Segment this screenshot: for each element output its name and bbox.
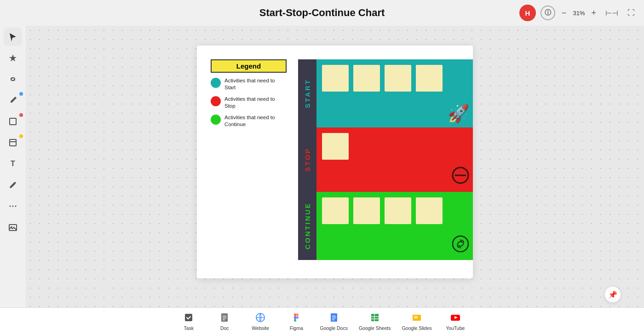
legend-dot-start (211, 78, 221, 88)
pen-dot (19, 92, 23, 96)
sticky-note[interactable] (416, 197, 443, 224)
svg-rect-20 (294, 319, 296, 322)
tool-note[interactable] (4, 133, 22, 152)
tool-shape[interactable] (4, 112, 22, 131)
canvas-area[interactable]: Legend Activities that need to Start Act… (26, 26, 644, 307)
fit-to-screen-button[interactable]: ⊢⊣ (603, 8, 621, 18)
tool-magic[interactable] (4, 176, 22, 194)
taskbar-google-slides-label: Google Slides (402, 325, 431, 331)
sticky-note[interactable] (385, 65, 411, 92)
taskbar-google-sheets[interactable]: Google Sheets (359, 312, 391, 331)
tool-more[interactable] (4, 197, 22, 215)
rocket-icon: 🚀 (448, 104, 469, 124)
figma-icon (291, 312, 301, 324)
page-title: Start-Stop-Continue Chart (259, 7, 385, 19)
svg-rect-18 (296, 313, 299, 316)
chart-container: Legend Activities that need to Start Act… (197, 46, 473, 278)
task-icon (184, 312, 194, 324)
sidebar: T (0, 0, 26, 335)
taskbar-website-label: Website (252, 325, 269, 331)
sticky-note[interactable] (322, 197, 349, 224)
taskbar-website[interactable]: Website (248, 312, 273, 331)
taskbar-google-sheets-label: Google Sheets (359, 325, 391, 331)
taskbar-google-slides[interactable]: Google Slides (402, 312, 431, 331)
tool-select[interactable] (4, 28, 22, 46)
taskbar-youtube-label: YouTube (446, 325, 465, 331)
legend-label-start: Activities that need to Start (224, 77, 287, 91)
youtube-icon (450, 312, 460, 324)
chart-row-continue: CONTINUE (298, 192, 473, 260)
no-entry-icon (452, 167, 469, 188)
legend-item-stop: Activities that need to Stop (211, 96, 287, 110)
svg-rect-1 (10, 139, 16, 146)
taskbar-google-docs-label: Google Docs (320, 325, 348, 331)
zoom-out-button[interactable]: − (560, 7, 569, 19)
svg-rect-17 (294, 313, 296, 316)
legend-title: Legend (211, 59, 287, 73)
taskbar-doc-label: Doc (220, 325, 229, 331)
svg-rect-11 (185, 314, 192, 321)
svg-rect-0 (10, 118, 16, 125)
sticky-note[interactable] (385, 197, 411, 224)
sticky-note[interactable] (353, 197, 380, 224)
zoom-controls: − 31% + (560, 7, 598, 19)
recycle-icon (452, 235, 469, 256)
shape-dot (19, 113, 23, 117)
row-label-start: START (298, 59, 316, 127)
row-content-start[interactable]: 🚀 (316, 59, 473, 127)
svg-rect-26 (371, 314, 379, 321)
svg-point-4 (12, 206, 14, 207)
taskbar-figma-label: Figma (290, 325, 303, 331)
row-label-stop: STOP (298, 127, 316, 192)
taskbar: Task Doc Website Figma Google Docs (0, 307, 644, 335)
sticky-note[interactable] (416, 65, 443, 92)
note-dot (19, 134, 23, 138)
user-avatar[interactable]: H (519, 5, 536, 21)
chart-row-start: START 🚀 (298, 59, 473, 127)
row-content-continue[interactable] (316, 192, 473, 260)
google-slides-icon (412, 312, 422, 324)
fullscreen-button[interactable]: ⛶ (626, 8, 637, 18)
legend-item-start: Activities that need to Start (211, 77, 287, 91)
chart-row-stop: STOP (298, 127, 473, 192)
svg-point-5 (15, 206, 17, 207)
chart-grid: START 🚀 STOP (298, 59, 473, 260)
header-controls: H ⓘ − 31% + ⊢⊣ ⛶ (519, 5, 637, 21)
svg-point-10 (453, 236, 468, 252)
header: Start-Stop-Continue Chart H ⓘ − 31% + ⊢⊣… (0, 0, 644, 26)
legend-item-continue: Activities that need to Continue (211, 114, 287, 128)
zoom-level: 31% (571, 10, 586, 17)
svg-rect-12 (221, 313, 228, 322)
sticky-note[interactable] (353, 65, 380, 92)
taskbar-task[interactable]: Task (176, 312, 201, 331)
tool-text[interactable]: T (4, 155, 22, 173)
sticky-note[interactable] (322, 133, 349, 160)
taskbar-task-label: Task (184, 325, 194, 331)
taskbar-doc[interactable]: Doc (212, 312, 237, 331)
row-label-continue: CONTINUE (298, 192, 316, 260)
svg-point-3 (10, 206, 11, 207)
svg-rect-22 (331, 313, 337, 322)
pin-button[interactable]: 📌 (604, 286, 621, 303)
svg-rect-31 (414, 316, 418, 318)
legend-label-continue: Activities that need to Continue (224, 114, 287, 128)
tool-pen[interactable] (4, 91, 22, 110)
sticky-note[interactable] (322, 65, 349, 92)
google-sheets-icon (370, 312, 380, 324)
tool-link[interactable] (4, 70, 22, 88)
svg-rect-19 (294, 316, 296, 319)
legend-label-stop: Activities that need to Stop (224, 96, 287, 110)
website-icon (255, 312, 265, 324)
doc-icon (219, 312, 230, 324)
google-docs-icon (329, 312, 339, 324)
info-button[interactable]: ⓘ (540, 6, 555, 20)
taskbar-google-docs[interactable]: Google Docs (320, 312, 348, 331)
tool-ai[interactable] (4, 49, 22, 67)
legend: Legend Activities that need to Start Act… (211, 59, 287, 133)
tool-image[interactable] (4, 218, 22, 237)
zoom-in-button[interactable]: + (589, 7, 598, 19)
taskbar-youtube[interactable]: YouTube (443, 312, 468, 331)
taskbar-figma[interactable]: Figma (284, 312, 309, 331)
svg-point-21 (296, 316, 299, 318)
row-content-stop[interactable] (316, 127, 473, 192)
